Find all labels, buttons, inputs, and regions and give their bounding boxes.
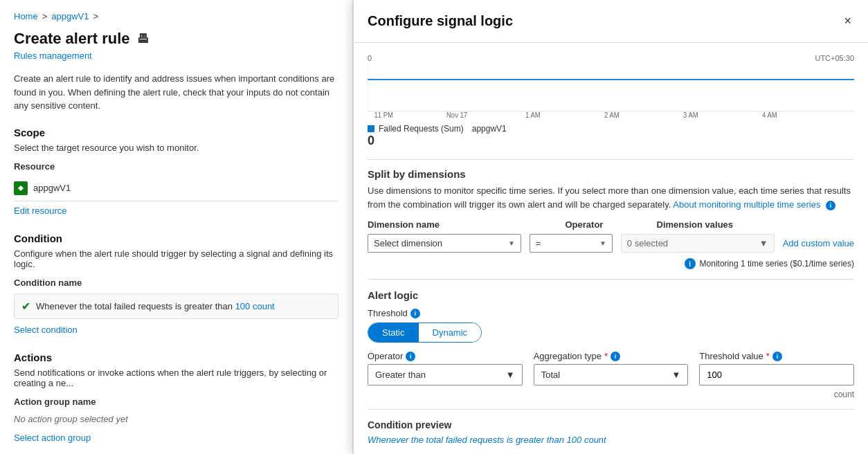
select-action-group-link[interactable]: Select action group: [14, 433, 338, 443]
agg-type-value: Total: [541, 370, 560, 380]
modal-body: 0 UTC+05:30 11 PM Nov 17 1 AM 2 AM 3 AM …: [354, 43, 868, 454]
actions-section: Actions Send notifications or invoke act…: [14, 352, 338, 443]
dynamic-toggle-btn[interactable]: Dynamic: [419, 323, 482, 342]
breadcrumb-sep1: >: [42, 11, 48, 21]
dim-col-name: Dimension name: [368, 219, 557, 230]
threshold-label: Threshold i: [368, 308, 854, 318]
print-icon[interactable]: 🖶: [137, 32, 150, 46]
condition-preview-title: Condition preview: [368, 419, 854, 430]
add-custom-value[interactable]: Add custom value: [783, 238, 854, 248]
actions-title: Actions: [14, 352, 338, 363]
breadcrumb-home[interactable]: Home: [14, 11, 38, 21]
chart-legend: Failed Requests (Sum) appgwV1: [368, 124, 854, 134]
breadcrumb: Home > appgwV1 >: [14, 11, 338, 21]
page-title: Create alert rule 🖶: [14, 30, 338, 48]
monitoring-info-icon: i: [685, 258, 696, 269]
chart-timezone: UTC+05:30: [815, 54, 854, 62]
scope-desc: Select the target resource you wish to m…: [14, 143, 338, 153]
agg-type-chevron: ▼: [671, 370, 680, 380]
operator-value: =: [536, 238, 541, 248]
dimension-name-chevron: ▼: [508, 239, 515, 247]
threshold-value-info-icon: i: [772, 352, 782, 361]
modal-header: Configure signal logic ×: [354, 0, 868, 43]
resource-label: Resource: [14, 161, 338, 172]
threshold-required: *: [766, 351, 770, 361]
actions-desc: Send notifications or invoke actions whe…: [14, 367, 338, 388]
operator-group: Operator i Greater than ▼: [368, 351, 523, 385]
svg-text:11 PM: 11 PM: [374, 110, 393, 119]
operator-chevron: ▼: [599, 239, 606, 247]
monitoring-info-text: Monitoring 1 time series ($0.1/time seri…: [700, 259, 854, 269]
resource-row: appgwV1: [14, 176, 338, 201]
operator-select-value: Greater than: [375, 370, 426, 380]
agg-type-info-icon: i: [611, 352, 620, 361]
modal-title: Configure signal logic: [368, 13, 513, 29]
alert-logic-section: Alert logic Threshold i Static Dynamic: [368, 289, 854, 399]
agg-type-label: Aggregation type * i: [534, 351, 689, 361]
svg-text:4 AM: 4 AM: [762, 110, 777, 119]
split-by-dimensions: Split by dimensions Use dimensions to mo…: [368, 168, 854, 269]
breadcrumb-resource[interactable]: appgwV1: [51, 11, 89, 21]
dimension-row: Select dimension ▼ = ▼ 0 selected ▼ Add …: [368, 234, 854, 253]
monitoring-link[interactable]: About monitoring multiple time series: [673, 199, 820, 210]
rules-management-link[interactable]: Rules management: [14, 51, 338, 61]
dim-col-val: Dimension values: [657, 219, 847, 230]
left-panel: Home > appgwV1 > Create alert rule 🖶 Rul…: [0, 0, 353, 454]
dim-values-chevron: ▼: [759, 238, 768, 248]
threshold-value-input[interactable]: [699, 364, 854, 385]
monitoring-info: i Monitoring 1 time series ($0.1/time se…: [368, 258, 854, 269]
threshold-value-label: Threshold value * i: [699, 351, 854, 361]
condition-name-label: Condition name: [14, 278, 338, 288]
edit-resource-link[interactable]: Edit resource: [14, 206, 338, 216]
split-desc: Use dimensions to monitor specific time …: [368, 184, 854, 211]
scope-section: Scope Select the target resource you wis…: [14, 127, 338, 216]
action-group-label: Action group name: [14, 397, 338, 407]
resource-name: appgwV1: [33, 183, 71, 193]
resource-icon: [14, 181, 28, 195]
svg-text:2 AM: 2 AM: [604, 110, 620, 119]
threshold-group: Threshold i Static Dynamic: [368, 308, 854, 343]
logic-divider: [368, 409, 854, 410]
agg-type-select[interactable]: Total ▼: [534, 364, 689, 385]
operator-select[interactable]: Greater than ▼: [368, 364, 523, 385]
condition-link: 100 count: [235, 301, 275, 311]
condition-preview-section: Condition preview Whenever the total fai…: [368, 419, 854, 445]
chart-y-label: 0: [368, 54, 372, 62]
split-title: Split by dimensions: [368, 168, 854, 180]
close-button[interactable]: ×: [841, 11, 854, 31]
svg-text:1 AM: 1 AM: [525, 110, 541, 119]
condition-preview-text: Whenever the total failed requests is gr…: [368, 435, 854, 445]
condition-desc: Configure when the alert rule should tri…: [14, 248, 338, 269]
legend-label: Failed Requests (Sum): [379, 124, 464, 134]
operator-dropdown[interactable]: = ▼: [530, 234, 613, 253]
info-icon-split: i: [826, 201, 835, 210]
static-toggle-btn[interactable]: Static: [368, 323, 419, 342]
svg-text:3 AM: 3 AM: [683, 110, 698, 119]
agg-type-required: *: [604, 351, 608, 361]
legend-sub: appgwV1: [472, 124, 507, 134]
alert-logic-fields: Operator i Greater than ▼ Aggregation ty…: [368, 351, 854, 399]
configure-signal-modal: Configure signal logic × 0 UTC+05:30 11 …: [353, 0, 868, 454]
threshold-value-group: Threshold value * i count: [699, 351, 854, 399]
dim-col-op: Operator: [566, 219, 649, 230]
select-condition-link[interactable]: Select condition: [14, 325, 338, 335]
condition-row[interactable]: ✔ Whenever the total failed requests is …: [14, 293, 338, 319]
alert-logic-title: Alert logic: [368, 289, 854, 301]
legend-dot: [368, 125, 374, 132]
operator-label: Operator i: [368, 351, 523, 361]
chart-area: 0 UTC+05:30 11 PM Nov 17 1 AM 2 AM 3 AM …: [368, 54, 854, 148]
condition-check-icon: ✔: [21, 300, 30, 313]
chart-value: 0: [368, 134, 854, 148]
operator-select-chevron: ▼: [506, 370, 515, 380]
dimension-name-value: Select dimension: [374, 238, 442, 248]
condition-section: Condition Configure when the alert rule …: [14, 233, 338, 335]
dimension-name-dropdown[interactable]: Select dimension ▼: [368, 234, 521, 253]
page-description: Create an alert rule to identify and add…: [14, 72, 338, 113]
threshold-info-icon: i: [410, 309, 420, 318]
chart-divider: [368, 159, 854, 160]
dimension-values-dropdown[interactable]: 0 selected ▼: [621, 234, 775, 253]
breadcrumb-sep2: >: [93, 11, 99, 21]
no-action-text: No action group selected yet: [14, 411, 338, 427]
dim-header-row: Dimension name Operator Dimension values: [368, 219, 854, 230]
scope-title: Scope: [14, 127, 338, 138]
